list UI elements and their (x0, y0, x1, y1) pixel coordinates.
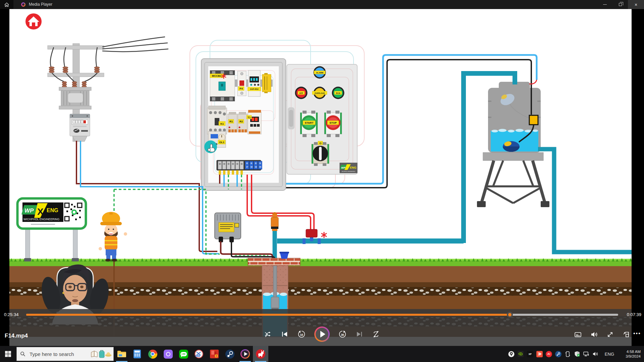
svg-text:10: 10 (300, 333, 303, 337)
svg-text:17: 17 (246, 166, 248, 168)
windows-logo-icon (5, 351, 11, 357)
svg-text:30: 30 (341, 333, 344, 337)
filename-label: F14.mp4 (5, 333, 28, 339)
svg-text:WICHPHOL ENGINEERING: WICHPHOL ENGINEERING (23, 218, 59, 221)
start-button: START (300, 111, 318, 137)
fullscreen-button[interactable] (606, 330, 614, 339)
remaining-time: 0:07:39 (627, 312, 641, 317)
svg-text:OVERLOAD: OVERLOAD (315, 92, 325, 94)
seek-bar[interactable] (26, 314, 618, 316)
tray-security-shield-icon[interactable] (574, 351, 580, 357)
video-frame[interactable]: MCCB1 F4 SVP-R52 (9, 9, 632, 346)
taskbar-file-explorer[interactable] (114, 346, 129, 362)
next-button-disabled[interactable] (355, 330, 363, 338)
svg-text:MCCB1: MCCB1 (212, 74, 222, 77)
tray-network-icon[interactable] (583, 351, 590, 357)
pilot-lamp-run: RUN (332, 87, 344, 99)
svg-text:20: 20 (259, 166, 261, 168)
search-highlights-icon (91, 350, 112, 358)
restore-button[interactable] (612, 0, 628, 9)
calculator-icon (133, 350, 141, 358)
video-home-button[interactable] (25, 13, 42, 29)
start-button[interactable] (0, 346, 16, 362)
language-indicator[interactable]: ENG (605, 352, 614, 357)
company-sign: WP X ENG WICHPHOL ENGINEERING (17, 198, 86, 261)
tray-steam-icon[interactable] (555, 351, 561, 357)
taskbar-snip-app[interactable] (191, 346, 207, 362)
elapsed-time: 0:25:34 (4, 312, 18, 317)
svg-text:WP: WP (24, 207, 34, 214)
transformer (59, 87, 91, 109)
timer-t1: T1 (247, 110, 261, 134)
scissors-app-icon (195, 350, 203, 358)
search-input[interactable] (29, 351, 91, 357)
pilot-panel: ALARM OFF OVERLOAD RUN (287, 64, 357, 174)
play-button[interactable] (314, 326, 330, 342)
seek-handle[interactable] (507, 312, 513, 318)
previous-button[interactable] (281, 330, 289, 338)
engineer-character (99, 212, 127, 262)
contactor-k1: K1 (207, 106, 227, 134)
taskbar-chrome[interactable] (145, 346, 160, 362)
secondary-controls (574, 330, 630, 339)
titlebar: Media Player × (0, 0, 644, 9)
submersible-pump (271, 297, 279, 309)
shuffle-off-button[interactable] (264, 330, 272, 338)
mini-player-button[interactable] (622, 330, 630, 339)
svg-text:ALARM: ALARM (316, 72, 323, 74)
home-icon[interactable] (4, 2, 9, 7)
clock-time: 4:58 AM (620, 349, 641, 354)
taskbar-purple-app[interactable] (160, 346, 176, 362)
svg-text:ENG: ENG (47, 207, 58, 213)
fuse-f4: F4 (237, 71, 246, 96)
transport-controls: 10 30 (264, 326, 380, 342)
taskbar-media-player[interactable] (237, 346, 253, 362)
svg-text:X: X (37, 206, 44, 217)
media-player-logo-icon (21, 2, 25, 7)
taskbar-clock[interactable]: 4:58 AM 3/9/2024 (620, 349, 641, 359)
file-explorer-icon (117, 350, 126, 358)
svg-text:18: 18 (250, 166, 252, 168)
pressure-alert-asterisk-icon (321, 232, 327, 238)
close-button[interactable]: × (628, 0, 644, 9)
taskbar-search[interactable] (16, 347, 114, 361)
volume-button[interactable] (590, 330, 598, 339)
system-tray: XP A! (508, 346, 644, 362)
selector-switch: O (312, 141, 329, 166)
svg-text:19: 19 (255, 166, 257, 168)
stop-button: STOP (324, 111, 342, 137)
tray-xppen-icon[interactable]: XP (527, 351, 533, 357)
svg-text:SVP-R52: SVP-R52 (250, 88, 259, 90)
media-player-app-icon (240, 349, 250, 359)
svg-text:WICHPHOL ENGINEERING: WICHPHOL ENGINEERING (342, 171, 356, 172)
minimize-button[interactable] (597, 0, 612, 9)
more-options-button[interactable]: ••• (633, 330, 641, 337)
skip-forward-30-button[interactable]: 30 (338, 330, 346, 338)
taskbar-game-app[interactable] (207, 346, 222, 362)
svg-text:WP: WP (341, 166, 346, 169)
relay-r1: R1 (228, 112, 237, 132)
tray-nvidia-icon[interactable] (518, 351, 524, 357)
breaker-mccb1: MCCB1 (210, 70, 235, 101)
subtitles-button[interactable] (574, 330, 582, 339)
taskbar-line[interactable]: LINE (176, 346, 191, 362)
taskbar-active-red-app[interactable] (253, 346, 268, 362)
tray-location-icon[interactable] (508, 351, 515, 357)
skip-back-10-button[interactable]: 10 (298, 330, 306, 338)
taskbar-calculator[interactable] (129, 346, 145, 362)
svg-text:R2: R2 (239, 120, 243, 123)
bucket (280, 253, 288, 259)
screen: Media Player × (0, 0, 644, 362)
right-rail (632, 9, 644, 346)
tray-a-alert-icon[interactable]: A! (546, 351, 552, 357)
svg-text:RUN: RUN (336, 92, 340, 94)
power-pole (48, 37, 168, 141)
repeat-off-button[interactable] (372, 330, 380, 338)
brand-badge: WP ENG WICHPHOL ENGINEERING (340, 163, 357, 173)
tray-volume-icon[interactable] (593, 351, 599, 357)
svg-text:START: START (305, 121, 313, 124)
tray-phone-link-icon[interactable] (565, 351, 571, 357)
purple-circle-app-icon (164, 350, 173, 359)
taskbar-steam[interactable] (222, 346, 237, 362)
tray-red-arrows-icon[interactable] (536, 351, 543, 357)
